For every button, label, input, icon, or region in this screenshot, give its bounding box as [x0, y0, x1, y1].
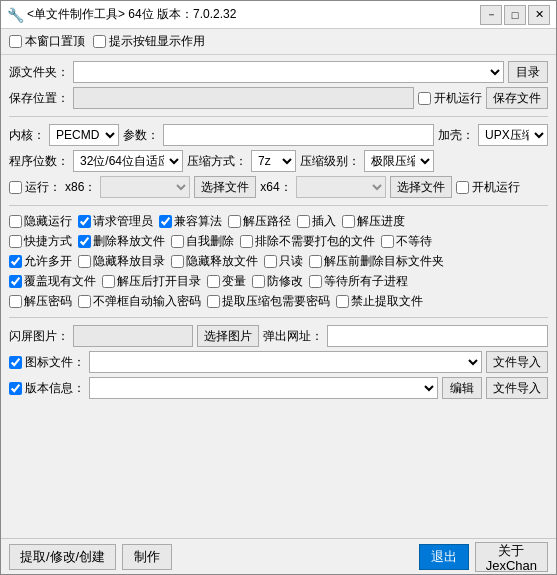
- divider-1: [9, 116, 548, 117]
- add-combo[interactable]: UPX压缩: [478, 124, 548, 146]
- compress-combo[interactable]: 7z: [251, 150, 296, 172]
- boot-run-label: 开机运行: [472, 179, 520, 196]
- x86-label: x86：: [65, 179, 96, 196]
- source-folder-label: 源文件夹：: [9, 64, 69, 81]
- exit-button[interactable]: 退出: [419, 544, 469, 570]
- opt-shortcut[interactable]: 快捷方式: [9, 233, 72, 250]
- save-location-input[interactable]: [73, 87, 414, 109]
- auto-run-checkbox[interactable]: [418, 92, 431, 105]
- icon-file-label: 图标文件：: [25, 354, 85, 371]
- save-file-button[interactable]: 保存文件: [486, 87, 548, 109]
- save-location-row: 保存位置： 开机运行 保存文件: [9, 87, 548, 109]
- show-hint-label: 提示按钮显示作用: [109, 33, 205, 50]
- title-bar: 🔧 <单文件制作工具> 64位 版本：7.0.2.32 － □ ✕: [1, 1, 556, 29]
- select-image-button[interactable]: 选择图片: [197, 325, 259, 347]
- select-file-x64-button[interactable]: 选择文件: [390, 176, 452, 198]
- opt-anti-modify[interactable]: 防修改: [252, 273, 303, 290]
- options-row-3: 允许多开 隐藏释放目录 隐藏释放文件 只读 解压前删除目标文件夹: [9, 253, 548, 270]
- opt-hide-release-file[interactable]: 隐藏释放文件: [171, 253, 258, 270]
- x64-label: x64：: [260, 179, 291, 196]
- version-info-combo[interactable]: [89, 377, 438, 399]
- core-row: 内核： PECMD 参数： 加壳： UPX压缩: [9, 124, 548, 146]
- opt-need-pwd-for-zip[interactable]: 提取压缩包需要密码: [207, 293, 330, 310]
- x86-combo[interactable]: [100, 176, 190, 198]
- opt-compat-algo[interactable]: 兼容算法: [159, 213, 222, 230]
- boot-run-checkbox-label[interactable]: 开机运行: [456, 179, 520, 196]
- core-combo[interactable]: PECMD: [49, 124, 119, 146]
- run-label: 运行：: [25, 179, 61, 196]
- opt-forbid-extract[interactable]: 禁止提取文件: [336, 293, 423, 310]
- compress-label: 压缩方式：: [187, 153, 247, 170]
- run-checkbox[interactable]: [9, 181, 22, 194]
- popup-url-label: 弹出网址：: [263, 328, 323, 345]
- opt-delete-target-folder[interactable]: 解压前删除目标文件夹: [309, 253, 444, 270]
- icon-file-checkbox-label[interactable]: 图标文件：: [9, 354, 85, 371]
- bits-combo[interactable]: 32位/64位自适应: [73, 150, 183, 172]
- opt-hide-release-dir[interactable]: 隐藏释放目录: [78, 253, 165, 270]
- source-folder-combo[interactable]: [73, 61, 504, 83]
- boot-run-checkbox[interactable]: [456, 181, 469, 194]
- auto-run-label: 开机运行: [434, 90, 482, 107]
- add-label: 加壳：: [438, 127, 474, 144]
- options-row-5: 解压密码 不弹框自动输入密码 提取压缩包需要密码 禁止提取文件: [9, 293, 548, 310]
- level-label: 压缩级别：: [300, 153, 360, 170]
- maximize-button[interactable]: □: [504, 5, 526, 25]
- icon-file-checkbox[interactable]: [9, 356, 22, 369]
- window-top-checkbox[interactable]: [9, 35, 22, 48]
- run-checkbox-label[interactable]: 运行：: [9, 179, 61, 196]
- make-button[interactable]: 制作: [122, 544, 172, 570]
- show-hint-checkbox[interactable]: [93, 35, 106, 48]
- minimize-button[interactable]: －: [480, 5, 502, 25]
- opt-wait-subprocess[interactable]: 等待所有子进程: [309, 273, 408, 290]
- opt-extract-progress[interactable]: 解压进度: [342, 213, 405, 230]
- opt-allow-multi[interactable]: 允许多开: [9, 253, 72, 270]
- level-combo[interactable]: 极限压缩: [364, 150, 434, 172]
- extract-modify-create-button[interactable]: 提取/修改/创建: [9, 544, 116, 570]
- program-bits-row: 程序位数： 32位/64位自适应 压缩方式： 7z 压缩级别： 极限压缩: [9, 150, 548, 172]
- opt-request-admin[interactable]: 请求管理员: [78, 213, 153, 230]
- content-area: 源文件夹： 目录 保存位置： 开机运行 保存文件 内核： PECMD 参数： 加…: [1, 55, 556, 538]
- opt-extract-path[interactable]: 解压路径: [228, 213, 291, 230]
- main-window: 🔧 <单文件制作工具> 64位 版本：7.0.2.32 － □ ✕ 本窗口置顶 …: [0, 0, 557, 575]
- popup-url-input[interactable]: [327, 325, 548, 347]
- window-top-checkbox-label[interactable]: 本窗口置顶: [9, 33, 85, 50]
- opt-no-wait[interactable]: 不等待: [381, 233, 432, 250]
- x64-combo[interactable]: [296, 176, 386, 198]
- show-hint-checkbox-label[interactable]: 提示按钮显示作用: [93, 33, 205, 50]
- divider-2: [9, 205, 548, 206]
- auto-run-checkbox-label[interactable]: 开机运行: [418, 90, 482, 107]
- options-row-1: 隐藏运行 请求管理员 兼容算法 解压路径 插入: [9, 213, 548, 230]
- opt-variable[interactable]: 变量: [207, 273, 246, 290]
- opt-hide-run[interactable]: 隐藏运行: [9, 213, 72, 230]
- version-edit-button[interactable]: 编辑: [442, 377, 482, 399]
- opt-open-dir-after[interactable]: 解压后打开目录: [102, 273, 201, 290]
- bits-label: 程序位数：: [9, 153, 69, 170]
- opt-exclude-files[interactable]: 排除不需要打包的文件: [240, 233, 375, 250]
- opt-readonly[interactable]: 只读: [264, 253, 303, 270]
- opt-insert[interactable]: 插入: [297, 213, 336, 230]
- close-button[interactable]: ✕: [528, 5, 550, 25]
- opt-delete-release[interactable]: 删除释放文件: [78, 233, 165, 250]
- icon-file-combo[interactable]: [89, 351, 482, 373]
- version-info-checkbox-label[interactable]: 版本信息：: [9, 380, 85, 397]
- options-row-2: 快捷方式 删除释放文件 自我删除 排除不需要打包的文件 不等待: [9, 233, 548, 250]
- core-label: 内核：: [9, 127, 45, 144]
- flash-input[interactable]: [73, 325, 193, 347]
- opt-overwrite[interactable]: 覆盖现有文件: [9, 273, 96, 290]
- window-controls: － □ ✕: [480, 5, 550, 25]
- version-info-checkbox[interactable]: [9, 382, 22, 395]
- opt-self-delete[interactable]: 自我删除: [171, 233, 234, 250]
- opt-no-dialog-auto-pwd[interactable]: 不弹框自动输入密码: [78, 293, 201, 310]
- icon-import-button[interactable]: 文件导入: [486, 351, 548, 373]
- version-import-button[interactable]: 文件导入: [486, 377, 548, 399]
- app-icon: 🔧: [7, 7, 23, 23]
- opt-extract-password[interactable]: 解压密码: [9, 293, 72, 310]
- menu-bar: 本窗口置顶 提示按钮显示作用: [1, 29, 556, 55]
- directory-button[interactable]: 目录: [508, 61, 548, 83]
- options-grid: 隐藏运行 请求管理员 兼容算法 解压路径 插入: [9, 213, 548, 310]
- select-file-x86-button[interactable]: 选择文件: [194, 176, 256, 198]
- options-row-4: 覆盖现有文件 解压后打开目录 变量 防修改 等待所有子进程: [9, 273, 548, 290]
- flash-popup-row: 闪屏图片： 选择图片 弹出网址：: [9, 325, 548, 347]
- about-button[interactable]: 关于 JexChan: [475, 542, 548, 572]
- param-input[interactable]: [163, 124, 434, 146]
